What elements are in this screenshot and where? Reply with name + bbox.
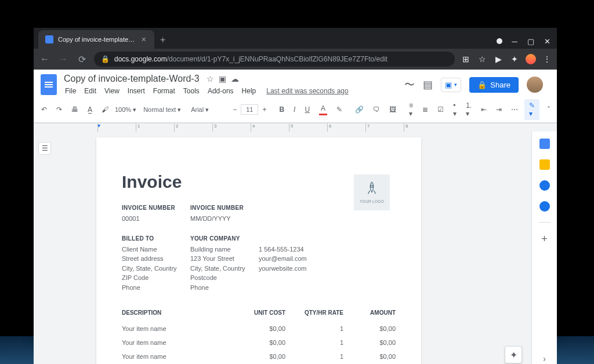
checklist-button[interactable]: ☑ (434, 103, 447, 116)
redo-button[interactable]: ↷ (53, 103, 65, 116)
forward-button[interactable]: → (57, 54, 70, 64)
menu-tools[interactable]: Tools (180, 85, 203, 97)
table-row: Your item name $0,00 1 $0,00 (122, 322, 396, 336)
logo-placeholder: YOUR LOGO (354, 174, 390, 210)
profile-chip-icon[interactable] (526, 54, 536, 64)
explore-button[interactable]: ✦ (505, 346, 522, 363)
text-color-button[interactable]: A (316, 102, 330, 118)
minimize-button[interactable]: ─ (510, 37, 519, 45)
invoice-date-label: INVOICE NUMBER (190, 205, 259, 211)
company-lines: Building name 123 Your Street City, Stat… (190, 245, 259, 293)
new-tab-button[interactable]: + (154, 31, 171, 49)
browser-tab[interactable]: Copy of invoice-template-Word… × (38, 30, 154, 49)
image-button[interactable]: 🖼 (386, 103, 399, 116)
star-icon[interactable]: ☆ (207, 74, 214, 83)
menu-bar: File Edit View Insert Format Tools Add-o… (61, 85, 400, 97)
lock-icon: 🔒 (477, 81, 487, 89)
style-select[interactable]: Normal text ▾ (143, 106, 184, 114)
activity-icon[interactable]: 〜 (404, 78, 415, 92)
url-path: /document/d/1-pY7x_i_jENNuPRaaQhNsCBiolf… (167, 55, 387, 63)
document-title[interactable]: Copy of invoice-template-Word-3 (61, 72, 202, 85)
maximize-button[interactable]: ▢ (527, 37, 535, 45)
company-label: YOUR COMPANY (190, 235, 259, 242)
docs-logo-icon[interactable] (41, 74, 57, 95)
calendar-icon[interactable] (539, 139, 550, 149)
move-icon[interactable]: ▣ (219, 74, 226, 83)
menu-addons[interactable]: Add-ons (204, 85, 237, 97)
bullet-list-button[interactable]: • ▾ (450, 99, 459, 120)
decrease-font-button[interactable]: − (230, 103, 240, 116)
menu-edit[interactable]: Edit (81, 85, 100, 97)
document-area: ☰ Invoice YOUR LOGO INVOICE NUMBER 00001 (34, 132, 557, 364)
invoice-number-label: INVOICE NUMBER (122, 205, 190, 211)
tasks-icon[interactable] (539, 180, 550, 191)
paint-format-button[interactable]: 🖌 (99, 103, 111, 116)
font-size-stepper: − 11 + (230, 103, 269, 116)
menu-help[interactable]: Help (238, 85, 260, 97)
billed-to-label: BILLED TO (122, 235, 190, 242)
close-tab-icon[interactable]: × (140, 35, 147, 44)
keep-icon[interactable] (539, 159, 550, 170)
back-button[interactable]: ← (38, 54, 51, 64)
document-scroll[interactable]: Invoice YOUR LOGO INVOICE NUMBER 00001 (56, 132, 531, 364)
chrome-menu-icon[interactable]: ⋮ (542, 54, 552, 64)
menu-file[interactable]: File (61, 85, 79, 97)
tab-bar: Copy of invoice-template-Word… × + ─ ▢ ✕ (34, 28, 557, 49)
highlight-button[interactable]: ✎ (334, 103, 345, 116)
collapse-panel-button[interactable]: › (543, 354, 546, 363)
comments-icon[interactable]: ▤ (423, 78, 433, 91)
spellcheck-button[interactable]: A̲ (85, 103, 95, 116)
document-page[interactable]: Invoice YOUR LOGO INVOICE NUMBER 00001 (96, 137, 421, 364)
logo-text: YOUR LOGO (360, 199, 384, 203)
menu-insert[interactable]: Insert (124, 85, 148, 97)
font-select[interactable]: Arial ▾ (191, 106, 223, 114)
extensions-icon[interactable]: ✦ (509, 54, 520, 64)
collapse-toolbar-button[interactable]: ˄ (544, 103, 553, 116)
indent-increase-button[interactable]: ⇥ (493, 103, 505, 116)
menu-view[interactable]: View (101, 85, 123, 97)
reload-button[interactable]: ⟳ (75, 54, 88, 65)
link-button[interactable]: 🔗 (352, 103, 367, 116)
undo-button[interactable]: ↶ (38, 103, 50, 116)
indent-decrease-button[interactable]: ⇤ (478, 103, 490, 116)
contacts-icon[interactable] (539, 201, 550, 212)
cloud-status-icon[interactable]: ☁ (231, 74, 239, 83)
toolbar: ↶ ↷ 🖶 A̲ 🖌 100% ▾ Normal text ▾ Arial ▾ … (34, 97, 557, 123)
align-button[interactable]: ≡ ▾ (406, 99, 416, 120)
addons-plus-icon[interactable]: + (541, 233, 548, 245)
numbered-list-button[interactable]: 1. ▾ (463, 99, 475, 120)
lock-icon: 🔒 (101, 55, 110, 63)
url-host: docs.google.com (114, 55, 167, 63)
invoice-table: DESCRIPTION UNIT COST QTY/HR RATE AMOUNT… (122, 310, 396, 364)
editing-mode-button[interactable]: ✎ ▾ (524, 99, 539, 120)
present-button[interactable]: ▣ ▾ (441, 78, 461, 92)
menu-format[interactable]: Format (150, 85, 179, 97)
docs-favicon-icon (45, 35, 53, 43)
browser-window: Copy of invoice-template-Word… × + ─ ▢ ✕… (34, 28, 557, 336)
ruler[interactable]: ▾ 1 2 3 4 5 6 7 8 (34, 123, 557, 132)
underline-button[interactable]: U (302, 103, 313, 116)
line-spacing-button[interactable]: ≣ (419, 103, 431, 116)
reader-icon[interactable]: ▶ (493, 54, 504, 64)
outline-toggle-button[interactable]: ☰ (38, 142, 51, 155)
col-description: DESCRIPTION (122, 310, 233, 316)
share-label: Share (490, 81, 510, 89)
share-button[interactable]: 🔒 Share (469, 77, 519, 93)
close-window-button[interactable]: ✕ (543, 37, 551, 45)
more-button[interactable]: ⋯ (508, 103, 521, 116)
print-button[interactable]: 🖶 (68, 103, 81, 116)
col-amount: AMOUNT (343, 310, 396, 316)
bold-button[interactable]: B (276, 103, 287, 116)
tab-info-icon[interactable] (497, 38, 502, 44)
user-avatar[interactable] (527, 77, 543, 93)
bookmark-icon[interactable]: ☆ (477, 54, 487, 64)
url-field[interactable]: 🔒 docs.google.com/document/d/1-pY7x_i_jE… (94, 52, 455, 67)
font-size-value[interactable]: 11 (241, 104, 258, 115)
zoom-select[interactable]: 100% ▾ (115, 106, 136, 114)
italic-button[interactable]: I (291, 103, 298, 116)
install-app-icon[interactable]: ⊞ (461, 54, 471, 64)
increase-font-button[interactable]: + (259, 103, 269, 116)
last-edit-link[interactable]: Last edit was seconds ago (263, 85, 352, 97)
comment-button[interactable]: 🗨 (370, 103, 383, 116)
rocket-icon (365, 181, 378, 198)
